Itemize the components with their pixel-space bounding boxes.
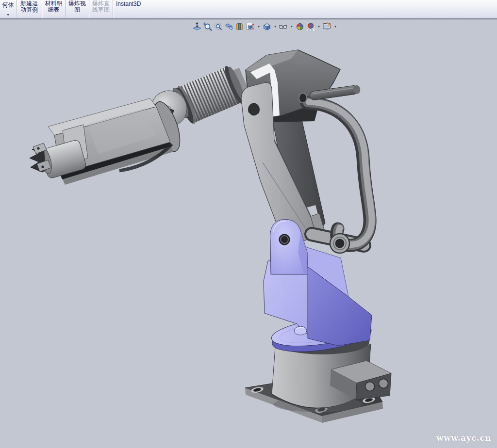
edit-appearance-icon[interactable]: [295, 22, 305, 32]
view-orientation-dropdown[interactable]: ▾: [256, 22, 261, 32]
ribbon-button-explode-line-sketch[interactable]: 爆炸直 线草图: [89, 0, 113, 18]
apply-scene-dropdown[interactable]: ▾: [316, 22, 321, 32]
watermark: www.ayc.cn: [436, 433, 491, 443]
zoom-in-out-icon[interactable]: [214, 22, 223, 32]
ribbon-button-label: 细表: [42, 7, 65, 13]
ribbon-button-label: 动算例: [17, 7, 42, 13]
model-canvas[interactable]: [0, 19, 497, 448]
view-orientation-icon[interactable]: [246, 22, 255, 32]
view-settings-icon[interactable]: [322, 22, 332, 32]
flange-dome-boss[interactable]: [294, 326, 307, 335]
zoom-to-fit-icon[interactable]: [192, 22, 202, 32]
ribbon-button-exploded-view[interactable]: 爆炸视 图: [66, 0, 89, 18]
ribbon-button-instant3d[interactable]: Instant3D: [113, 0, 147, 18]
zoom-to-area-icon[interactable]: [203, 22, 213, 32]
view-settings-dropdown[interactable]: ▾: [333, 22, 338, 32]
hide-show-items-icon[interactable]: [279, 22, 288, 32]
command-manager-ribbon: 何体 ▾ 新建运 动算例 材料明 细表 爆炸视 图 爆炸直 线草图 Instan…: [0, 0, 497, 19]
ribbon-button-new-motion-study[interactable]: 新建运 动算例: [17, 0, 42, 18]
heads-up-view-toolbar: ▾ ▾ ▾: [192, 21, 339, 32]
display-style-icon[interactable]: [262, 22, 272, 32]
previous-view-icon[interactable]: [224, 22, 234, 32]
graphics-viewport[interactable]: ▾ ▾ ▾: [0, 19, 497, 448]
ribbon-button-bill-of-materials[interactable]: 材料明 细表: [42, 0, 65, 18]
apply-scene-icon[interactable]: [306, 22, 315, 32]
display-style-dropdown[interactable]: ▾: [273, 22, 278, 32]
ribbon-button-label: Instant3D: [116, 1, 141, 7]
ribbon-button-geometry-flyout[interactable]: 何体 ▾: [0, 0, 16, 18]
solidworks-window: 何体 ▾ 新建运 动算例 材料明 细表 爆炸视 图 爆炸直 线草图 Instan…: [0, 0, 497, 448]
chevron-down-icon[interactable]: ▾: [0, 12, 16, 18]
rocker-eye[interactable]: [330, 234, 349, 253]
ribbon-button-label: 图: [66, 7, 89, 13]
ribbon-button-label: 线草图: [89, 7, 113, 13]
hide-show-items-dropdown[interactable]: ▾: [289, 22, 294, 32]
section-view-icon[interactable]: [235, 22, 245, 32]
ribbon-button-label: 何体: [0, 2, 16, 8]
